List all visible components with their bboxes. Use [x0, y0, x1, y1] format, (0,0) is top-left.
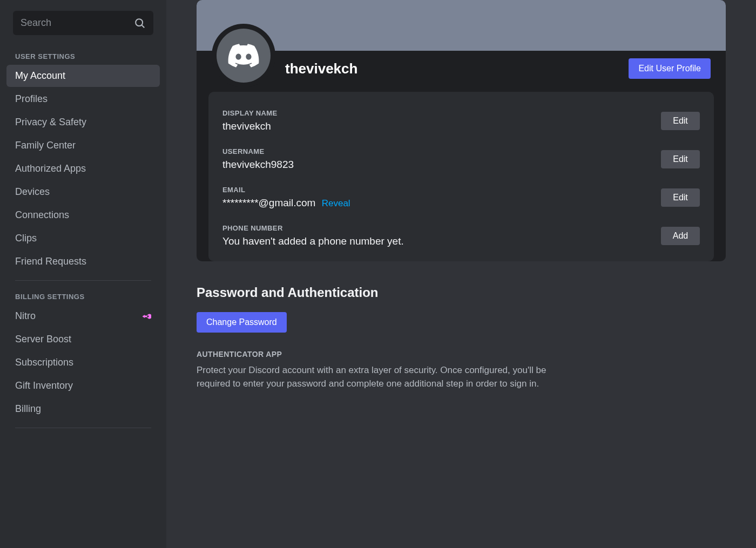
sidebar-item-devices[interactable]: Devices — [6, 181, 160, 203]
sidebar-item-family-center[interactable]: Family Center — [6, 134, 160, 157]
avatar — [212, 24, 275, 87]
sidebar-item-label: Connections — [15, 209, 69, 221]
edit-display-name-button[interactable]: Edit — [661, 112, 700, 130]
sidebar-item-clips[interactable]: Clips — [6, 227, 160, 249]
profile-header: thevivekch Edit User Profile — [197, 51, 726, 92]
change-password-button[interactable]: Change Password — [197, 312, 287, 333]
settings-sidebar: USER SETTINGS My Account Profiles Privac… — [0, 0, 166, 548]
sidebar-item-billing[interactable]: Billing — [6, 398, 160, 420]
search-input[interactable] — [13, 11, 153, 35]
edit-username-button[interactable]: Edit — [661, 150, 700, 168]
field-phone: PHONE NUMBER You haven't added a phone n… — [222, 219, 700, 249]
sidebar-item-friend-requests[interactable]: Friend Requests — [6, 251, 160, 273]
field-label: EMAIL — [222, 186, 350, 194]
search-icon — [134, 17, 146, 29]
sidebar-item-gift-inventory[interactable]: Gift Inventory — [6, 375, 160, 397]
sidebar-item-label: Billing — [15, 403, 41, 415]
sidebar-heading-billing-settings: BILLING SETTINGS — [6, 288, 160, 304]
add-phone-button[interactable]: Add — [661, 227, 700, 245]
field-email: EMAIL *********@gmail.com Reveal Edit — [222, 180, 700, 219]
profile-banner — [197, 0, 726, 51]
sidebar-item-label: Subscriptions — [15, 357, 73, 368]
search-container — [13, 11, 153, 35]
sidebar-item-connections[interactable]: Connections — [6, 204, 160, 226]
sidebar-item-label: Nitro — [15, 310, 36, 322]
sidebar-item-label: Family Center — [15, 140, 76, 151]
field-value: *********@gmail.com Reveal — [222, 197, 350, 209]
discord-logo-icon — [228, 44, 259, 67]
svg-line-1 — [142, 25, 145, 28]
authenticator-app-label: AUTHENTICATOR APP — [197, 350, 726, 358]
sidebar-divider — [15, 428, 151, 428]
sidebar-divider — [15, 280, 151, 281]
sidebar-item-label: Server Boost — [15, 334, 71, 345]
edit-user-profile-button[interactable]: Edit User Profile — [629, 58, 711, 79]
sidebar-item-authorized-apps[interactable]: Authorized Apps — [6, 158, 160, 180]
sidebar-item-label: Friend Requests — [15, 256, 86, 267]
sidebar-heading-user-settings: USER SETTINGS — [6, 48, 160, 64]
sidebar-item-label: Gift Inventory — [15, 380, 73, 391]
sidebar-item-privacy-safety[interactable]: Privacy & Safety — [6, 111, 160, 133]
field-value: You haven't added a phone number yet. — [222, 235, 404, 247]
field-label: USERNAME — [222, 147, 294, 155]
svg-point-2 — [147, 315, 148, 317]
field-value: thevivekch — [222, 120, 278, 132]
sidebar-item-profiles[interactable]: Profiles — [6, 88, 160, 110]
field-label: PHONE NUMBER — [222, 224, 404, 232]
sidebar-item-server-boost[interactable]: Server Boost — [6, 328, 160, 350]
field-value: thevivekch9823 — [222, 159, 294, 171]
password-auth-title: Password and Authentication — [197, 285, 726, 300]
reveal-email-link[interactable]: Reveal — [322, 198, 350, 208]
sidebar-item-label: Clips — [15, 233, 37, 244]
profile-card: thevivekch Edit User Profile DISPLAY NAM… — [197, 0, 726, 261]
edit-email-button[interactable]: Edit — [661, 188, 700, 207]
field-label: DISPLAY NAME — [222, 109, 278, 117]
main-content: thevivekch Edit User Profile DISPLAY NAM… — [166, 0, 756, 548]
sidebar-item-my-account[interactable]: My Account — [6, 65, 160, 87]
avatar-inner — [217, 29, 271, 83]
authenticator-app-description: Protect your Discord account with an ext… — [197, 364, 553, 390]
sidebar-item-nitro[interactable]: Nitro — [6, 305, 160, 327]
sidebar-item-label: Devices — [15, 186, 50, 198]
account-fields-panel: DISPLAY NAME thevivekch Edit USERNAME th… — [208, 92, 714, 261]
field-display-name: DISPLAY NAME thevivekch Edit — [222, 104, 700, 142]
sidebar-item-label: Profiles — [15, 93, 48, 105]
sidebar-item-label: My Account — [15, 70, 65, 82]
nitro-icon — [141, 312, 151, 321]
svg-point-0 — [136, 19, 143, 26]
field-username: USERNAME thevivekch9823 Edit — [222, 142, 700, 180]
sidebar-item-label: Authorized Apps — [15, 163, 86, 174]
email-masked: *********@gmail.com — [222, 197, 315, 208]
sidebar-item-label: Privacy & Safety — [15, 117, 86, 128]
sidebar-item-subscriptions[interactable]: Subscriptions — [6, 351, 160, 374]
profile-display-name: thevivekch — [285, 60, 357, 77]
